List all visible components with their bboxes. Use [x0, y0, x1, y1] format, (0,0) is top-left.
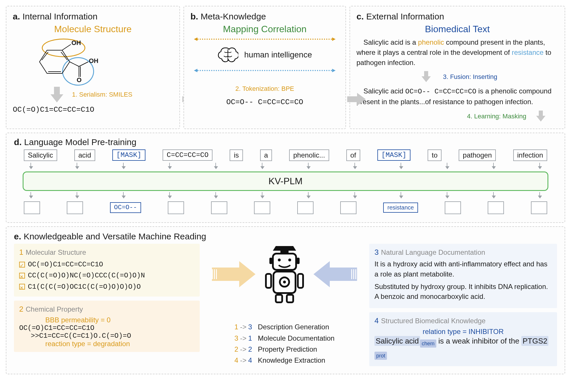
- svg-rect-22: [287, 295, 293, 302]
- token: acid: [74, 149, 95, 161]
- token-empty: [488, 201, 504, 214]
- arrow-down-icon: [51, 87, 63, 103]
- panel-b-subtitle: Mapping Correlation: [190, 24, 339, 35]
- arrow-b-to-c: [347, 93, 368, 106]
- brain-icon: [217, 46, 238, 64]
- svg-rect-20: [298, 274, 303, 288]
- tag-chem: chem: [420, 339, 436, 348]
- arrow-left-to-robot: [212, 261, 258, 287]
- token-empty: [531, 201, 547, 214]
- robot-icon: [258, 244, 311, 305]
- panel-versatile-reading: e. Knowledgeable and Versatile Machine R…: [6, 226, 565, 374]
- token: is: [230, 149, 243, 161]
- task-row: 3->1 Molecule Documentation: [235, 333, 335, 344]
- arrows-into-model: [28, 163, 543, 170]
- annotation-bbb: BBB permeability = 0: [45, 316, 194, 324]
- token: a: [260, 149, 272, 161]
- card-structured-knowledge: 4Structured Biomedical Knowledge relatio…: [369, 312, 557, 366]
- arrows-out-model: [28, 192, 543, 200]
- smiles-option: CC(C(=O)O)NC(=O)CCC(C(=O)O)N: [19, 270, 194, 281]
- panel-c-title: c. External Information: [356, 12, 558, 21]
- svg-point-13: [288, 259, 291, 261]
- cross-icon: [19, 284, 25, 290]
- token: C=CC=CC=CO: [163, 149, 212, 161]
- task-row: 2->2 Property Prediction: [235, 344, 335, 355]
- brain-label: human intelligence: [244, 50, 312, 59]
- bpe-tokens: OC=O-- C=CC=CC=CO: [190, 98, 339, 106]
- svg-rect-15: [297, 258, 300, 264]
- svg-rect-19: [266, 274, 271, 288]
- svg-point-12: [278, 259, 281, 261]
- cross-icon: [19, 273, 25, 279]
- task-row: 1->3 Description Generation: [235, 321, 335, 333]
- token-empty: [340, 201, 356, 214]
- doc-para-1: It is a hydroxy acid with anti-inflammat…: [374, 259, 552, 279]
- token: infection: [513, 149, 547, 161]
- card-nl-documentation: 3Natural Language Documentation It is a …: [369, 244, 557, 308]
- panel-a-title: a. Internal Information: [13, 12, 173, 21]
- panel-d-title: d. Language Model Pre-training: [14, 137, 557, 147]
- token: to: [428, 149, 442, 161]
- card-chemical-property: 2Chemical Property BBB permeability = 0 …: [14, 301, 200, 352]
- structured-sentence: Salicylic acidchem is a weak inhibitor o…: [374, 336, 552, 360]
- arrow-right-to-robot: [311, 261, 357, 287]
- token-empty: [67, 201, 83, 214]
- output-token-row: OC=O-- resistance: [24, 201, 547, 214]
- token-mask: [MASK]: [377, 149, 410, 161]
- tag-prot: prot: [374, 352, 387, 360]
- svg-line-6: [79, 62, 88, 66]
- dotted-arrow-orange: [195, 39, 334, 40]
- token-pred: OC=O--: [110, 202, 141, 213]
- panel-b-title: b. Meta-Knowledge: [190, 12, 339, 21]
- kvplm-model-box: KV-PLM: [23, 171, 548, 191]
- smiles-string: OC(=O)C1=CC=CC=C1O: [13, 105, 173, 114]
- token-empty: [168, 201, 184, 214]
- relation-type-label: relation type = INHIBITOR: [374, 328, 552, 336]
- task-row: 4->4 Knowledge Extraction: [235, 355, 335, 366]
- doc-para-2: Substituted by hydroxy group. It inhibit…: [374, 282, 552, 302]
- arrow-down-icon: [422, 71, 431, 83]
- smiles-option: OC(=O)C1=CC=CC=C1O: [19, 259, 194, 270]
- step-3-label: 3. Fusion: Inserting: [443, 73, 497, 81]
- arrow-down-icon: [536, 111, 545, 122]
- panel-c-subtitle: Biomedical Text: [356, 24, 558, 35]
- panel-a-subtitle: Molecule Structure: [13, 24, 173, 35]
- smiles-option: C1(C(C(=O)OC1C(C(=O)O)O)O)O: [19, 281, 194, 292]
- step-1-label: 1. Serialism: SMILES: [72, 91, 132, 98]
- check-icon: [19, 262, 25, 268]
- svg-point-18: [283, 281, 286, 283]
- svg-marker-0: [39, 50, 70, 73]
- token: Salicylic: [24, 149, 57, 161]
- token-empty: [254, 201, 270, 214]
- molecule-structure-image: OH OH O: [30, 37, 100, 84]
- svg-marker-9: [273, 246, 296, 251]
- dotted-arrow-blue: [195, 70, 334, 71]
- label-oh: OH: [71, 39, 81, 47]
- panel-e-title: e. Knowledgeable and Versatile Machine R…: [14, 232, 557, 241]
- token-mask: [MASK]: [112, 149, 145, 161]
- svg-rect-21: [276, 295, 282, 302]
- token-empty: [445, 201, 461, 214]
- task-mapping-list: 1->3 Description Generation 3->1 Molecul…: [235, 321, 335, 366]
- panel-internal-information: a. Internal Information Molecule Structu…: [6, 6, 180, 129]
- step-2-label: 2. Tokenization: BPE: [190, 85, 339, 93]
- svg-rect-14: [269, 258, 272, 264]
- token-pred: resistance: [383, 203, 418, 213]
- token-empty: [24, 201, 40, 214]
- biomedical-text-1: Salicylic acid is a phenolic compound pr…: [356, 37, 558, 68]
- token: of: [346, 149, 360, 161]
- fused-text: Salicylic acid OC=O-- C=CC=CC=CO is a ph…: [356, 86, 558, 107]
- svg-line-5: [70, 62, 79, 66]
- panel-pretraining: d. Language Model Pre-training Salicylic…: [6, 133, 565, 223]
- step-4-label: 4. Learning: Masking: [467, 113, 526, 120]
- svg-rect-10: [280, 251, 289, 253]
- token: pathogen: [459, 149, 496, 161]
- panel-meta-knowledge: b. Meta-Knowledge Mapping Correlation hu…: [183, 6, 346, 129]
- svg-line-4: [62, 44, 71, 50]
- token: phenolic...: [289, 149, 329, 161]
- input-token-row: Salicylic acid [MASK] C=CC=CC=CO is a ph…: [24, 149, 547, 161]
- panel-external-information: c. External Information Biomedical Text …: [350, 6, 565, 129]
- label-o: O: [77, 76, 82, 84]
- card-molecular-structure: 1Molecular Structure OC(=O)C1=CC=CC=C1O …: [14, 244, 200, 297]
- label-oh2: OH: [89, 57, 98, 65]
